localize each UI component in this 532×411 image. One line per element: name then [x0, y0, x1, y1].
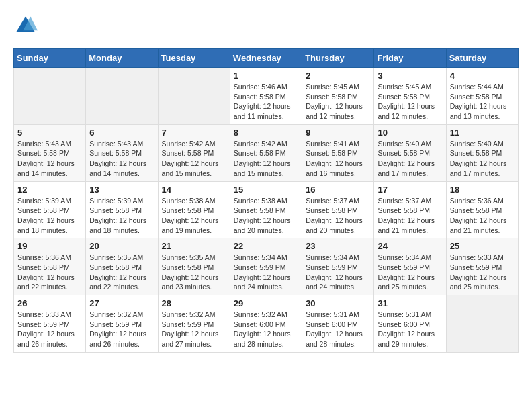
day-number: 9 — [306, 128, 370, 138]
day-number: 18 — [450, 185, 515, 195]
day-number: 8 — [234, 128, 298, 138]
day-number: 5 — [17, 128, 82, 138]
day-info: Sunrise: 5:36 AM Sunset: 5:58 PM Dayligh… — [17, 253, 82, 292]
day-info: Sunrise: 5:39 AM Sunset: 5:58 PM Dayligh… — [17, 196, 82, 236]
day-number: 27 — [89, 298, 154, 308]
day-number: 29 — [234, 298, 298, 308]
day-cell: 23Sunrise: 5:34 AM Sunset: 5:59 PM Dayli… — [302, 238, 374, 295]
day-info: Sunrise: 5:36 AM Sunset: 5:58 PM Dayligh… — [450, 196, 515, 236]
day-cell: 6Sunrise: 5:43 AM Sunset: 5:58 PM Daylig… — [86, 124, 158, 181]
weekday-header-friday: Friday — [374, 49, 446, 68]
day-cell: 24Sunrise: 5:34 AM Sunset: 5:59 PM Dayli… — [374, 238, 446, 295]
day-info: Sunrise: 5:46 AM Sunset: 5:58 PM Dayligh… — [234, 82, 298, 122]
day-number: 2 — [306, 71, 370, 81]
weekday-header-tuesday: Tuesday — [158, 49, 230, 68]
day-info: Sunrise: 5:38 AM Sunset: 5:58 PM Dayligh… — [234, 196, 298, 236]
day-number: 22 — [234, 241, 298, 251]
day-info: Sunrise: 5:42 AM Sunset: 5:58 PM Dayligh… — [234, 139, 298, 179]
day-info: Sunrise: 5:35 AM Sunset: 5:58 PM Dayligh… — [89, 253, 154, 292]
day-number: 3 — [378, 71, 442, 81]
day-cell — [446, 295, 518, 353]
day-info: Sunrise: 5:43 AM Sunset: 5:58 PM Dayligh… — [17, 139, 82, 179]
day-cell: 28Sunrise: 5:32 AM Sunset: 5:59 PM Dayli… — [158, 295, 230, 353]
day-cell: 18Sunrise: 5:36 AM Sunset: 5:58 PM Dayli… — [446, 181, 518, 238]
day-info: Sunrise: 5:42 AM Sunset: 5:58 PM Dayligh… — [162, 139, 226, 179]
day-number: 7 — [162, 128, 226, 138]
day-cell — [158, 68, 230, 125]
day-cell: 10Sunrise: 5:40 AM Sunset: 5:58 PM Dayli… — [374, 124, 446, 181]
day-info: Sunrise: 5:33 AM Sunset: 5:59 PM Dayligh… — [450, 253, 515, 292]
day-number: 21 — [162, 241, 226, 251]
day-cell: 9Sunrise: 5:41 AM Sunset: 5:58 PM Daylig… — [302, 124, 374, 181]
day-info: Sunrise: 5:37 AM Sunset: 5:58 PM Dayligh… — [378, 196, 442, 236]
day-cell: 3Sunrise: 5:45 AM Sunset: 5:58 PM Daylig… — [374, 68, 446, 125]
day-cell: 17Sunrise: 5:37 AM Sunset: 5:58 PM Dayli… — [374, 181, 446, 238]
day-cell: 1Sunrise: 5:46 AM Sunset: 5:58 PM Daylig… — [230, 68, 302, 125]
day-info: Sunrise: 5:43 AM Sunset: 5:58 PM Dayligh… — [89, 139, 154, 179]
week-row-1: 1Sunrise: 5:46 AM Sunset: 5:58 PM Daylig… — [14, 68, 519, 125]
day-info: Sunrise: 5:31 AM Sunset: 6:00 PM Dayligh… — [378, 310, 442, 349]
day-cell: 13Sunrise: 5:39 AM Sunset: 5:58 PM Dayli… — [86, 181, 158, 238]
week-row-2: 5Sunrise: 5:43 AM Sunset: 5:58 PM Daylig… — [14, 124, 519, 181]
day-cell: 27Sunrise: 5:32 AM Sunset: 5:59 PM Dayli… — [86, 295, 158, 353]
weekday-header-row: SundayMondayTuesdayWednesdayThursdayFrid… — [14, 49, 519, 68]
day-info: Sunrise: 5:40 AM Sunset: 5:58 PM Dayligh… — [378, 139, 442, 179]
day-cell: 2Sunrise: 5:45 AM Sunset: 5:58 PM Daylig… — [302, 68, 374, 125]
day-cell: 4Sunrise: 5:44 AM Sunset: 5:58 PM Daylig… — [446, 68, 518, 125]
calendar-table: SundayMondayTuesdayWednesdayThursdayFrid… — [13, 48, 519, 353]
day-info: Sunrise: 5:35 AM Sunset: 5:58 PM Dayligh… — [162, 253, 226, 292]
day-cell: 29Sunrise: 5:32 AM Sunset: 6:00 PM Dayli… — [230, 295, 302, 353]
day-info: Sunrise: 5:41 AM Sunset: 5:58 PM Dayligh… — [306, 139, 370, 179]
day-number: 30 — [306, 298, 370, 308]
weekday-header-saturday: Saturday — [446, 49, 518, 68]
day-info: Sunrise: 5:32 AM Sunset: 6:00 PM Dayligh… — [234, 310, 298, 349]
day-number: 16 — [306, 185, 370, 195]
day-number: 1 — [234, 71, 298, 81]
week-row-3: 12Sunrise: 5:39 AM Sunset: 5:58 PM Dayli… — [14, 181, 519, 238]
day-number: 6 — [89, 128, 154, 138]
week-row-5: 26Sunrise: 5:33 AM Sunset: 5:59 PM Dayli… — [14, 295, 519, 353]
day-info: Sunrise: 5:33 AM Sunset: 5:59 PM Dayligh… — [17, 310, 82, 349]
day-cell: 15Sunrise: 5:38 AM Sunset: 5:58 PM Dayli… — [230, 181, 302, 238]
day-cell: 14Sunrise: 5:38 AM Sunset: 5:58 PM Dayli… — [158, 181, 230, 238]
day-info: Sunrise: 5:45 AM Sunset: 5:58 PM Dayligh… — [306, 82, 370, 122]
day-info: Sunrise: 5:44 AM Sunset: 5:58 PM Dayligh… — [450, 82, 515, 122]
day-cell: 12Sunrise: 5:39 AM Sunset: 5:58 PM Dayli… — [14, 181, 86, 238]
day-number: 12 — [17, 185, 82, 195]
day-cell: 8Sunrise: 5:42 AM Sunset: 5:58 PM Daylig… — [230, 124, 302, 181]
day-cell: 5Sunrise: 5:43 AM Sunset: 5:58 PM Daylig… — [14, 124, 86, 181]
weekday-header-wednesday: Wednesday — [230, 49, 302, 68]
day-cell — [86, 68, 158, 125]
day-cell: 22Sunrise: 5:34 AM Sunset: 5:59 PM Dayli… — [230, 238, 302, 295]
day-cell: 30Sunrise: 5:31 AM Sunset: 6:00 PM Dayli… — [302, 295, 374, 353]
day-cell: 20Sunrise: 5:35 AM Sunset: 5:58 PM Dayli… — [86, 238, 158, 295]
weekday-header-monday: Monday — [86, 49, 158, 68]
day-number: 15 — [234, 185, 298, 195]
day-number: 26 — [17, 298, 82, 308]
day-cell: 7Sunrise: 5:42 AM Sunset: 5:58 PM Daylig… — [158, 124, 230, 181]
day-info: Sunrise: 5:34 AM Sunset: 5:59 PM Dayligh… — [306, 253, 370, 292]
day-info: Sunrise: 5:32 AM Sunset: 5:59 PM Dayligh… — [162, 310, 226, 349]
day-cell: 25Sunrise: 5:33 AM Sunset: 5:59 PM Dayli… — [446, 238, 518, 295]
day-number: 24 — [378, 241, 442, 251]
day-cell: 26Sunrise: 5:33 AM Sunset: 5:59 PM Dayli… — [14, 295, 86, 353]
day-cell: 16Sunrise: 5:37 AM Sunset: 5:58 PM Dayli… — [302, 181, 374, 238]
day-info: Sunrise: 5:45 AM Sunset: 5:58 PM Dayligh… — [378, 82, 442, 122]
day-info: Sunrise: 5:34 AM Sunset: 5:59 PM Dayligh… — [378, 253, 442, 292]
day-number: 13 — [89, 185, 154, 195]
day-info: Sunrise: 5:34 AM Sunset: 5:59 PM Dayligh… — [234, 253, 298, 292]
weekday-header-thursday: Thursday — [302, 49, 374, 68]
day-number: 19 — [17, 241, 82, 251]
day-cell — [14, 68, 86, 125]
day-info: Sunrise: 5:31 AM Sunset: 6:00 PM Dayligh… — [306, 310, 370, 349]
page-header — [13, 13, 519, 38]
logo — [13, 13, 40, 38]
day-number: 17 — [378, 185, 442, 195]
day-number: 11 — [450, 128, 515, 138]
day-number: 25 — [450, 241, 515, 251]
day-number: 10 — [378, 128, 442, 138]
day-cell: 11Sunrise: 5:40 AM Sunset: 5:58 PM Dayli… — [446, 124, 518, 181]
day-number: 4 — [450, 71, 515, 81]
weekday-header-sunday: Sunday — [14, 49, 86, 68]
day-info: Sunrise: 5:39 AM Sunset: 5:58 PM Dayligh… — [89, 196, 154, 236]
